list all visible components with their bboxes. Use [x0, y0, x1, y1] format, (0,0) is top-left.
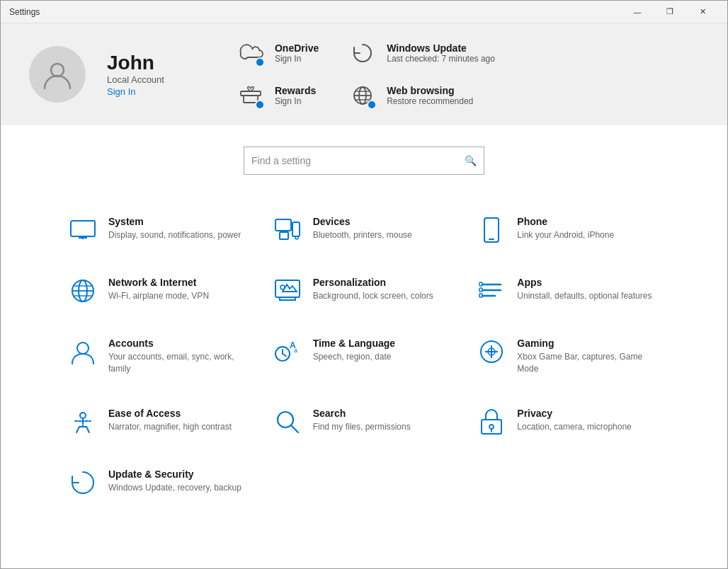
- windows-update-text: Windows Update Last checked: 7 minutes a…: [387, 42, 495, 64]
- onedrive-text: OneDrive Sign In: [275, 42, 319, 64]
- search-sub: Find my files, permissions: [313, 421, 411, 433]
- close-button[interactable]: ✕: [686, 1, 719, 23]
- phone-text: Phone Link your Android, iPhone: [517, 216, 614, 241]
- setting-update-security[interactable]: Update & Security Windows Update, recove…: [57, 456, 262, 510]
- rewards-sub: Sign In: [275, 96, 316, 106]
- windows-update-tile[interactable]: Windows Update Last checked: 7 minutes a…: [347, 38, 495, 69]
- main-content: 🔍 System Display, sound, notifications, …: [1, 125, 727, 568]
- svg-rect-15: [484, 218, 499, 242]
- setting-system[interactable]: System Display, sound, notifications, po…: [57, 203, 262, 257]
- setting-apps[interactable]: Apps Uninstall, defaults, optional featu…: [466, 264, 671, 318]
- setting-search[interactable]: Search Find my files, permissions: [262, 395, 467, 449]
- svg-point-30: [77, 343, 89, 354]
- search-bar: 🔍: [244, 146, 484, 175]
- svg-rect-8: [71, 221, 95, 236]
- accounts-icon: [69, 338, 97, 366]
- accounts-text: Accounts Your accounts, email, sync, wor…: [108, 338, 251, 375]
- phone-title: Phone: [517, 216, 614, 227]
- onedrive-icon: [235, 38, 266, 69]
- svg-line-33: [283, 354, 286, 356]
- apps-title: Apps: [517, 277, 652, 288]
- web-browsing-tile[interactable]: Web browsing Restore recommended: [347, 80, 495, 111]
- rewards-icon: [235, 80, 266, 111]
- web-browsing-text: Web browsing Restore recommended: [387, 85, 473, 106]
- header-tiles: OneDrive Sign In Rewards Sign In: [235, 38, 495, 111]
- onedrive-sub: Sign In: [275, 54, 319, 64]
- user-name: John: [107, 52, 164, 74]
- window-controls: — ❐ ✕: [621, 1, 719, 23]
- network-title: Network & Internet: [108, 277, 209, 288]
- rewards-tile[interactable]: Rewards Sign In: [235, 80, 319, 111]
- system-icon: [69, 216, 97, 244]
- svg-point-0: [51, 64, 64, 76]
- time-language-sub: Speech, region, date: [313, 351, 395, 363]
- gaming-text: Gaming Xbox Game Bar, captures, Game Mod…: [517, 338, 659, 375]
- svg-rect-28: [479, 288, 482, 292]
- setting-personalization[interactable]: Personalization Background, lock screen,…: [262, 264, 467, 318]
- minimize-button[interactable]: —: [621, 1, 654, 23]
- privacy-text: Privacy Location, camera, microphone: [517, 408, 631, 433]
- setting-ease-of-access[interactable]: Ease of Access Narrator, magnifier, high…: [57, 395, 262, 449]
- personalization-icon: [273, 277, 302, 305]
- network-text: Network & Internet Wi-Fi, airplane mode,…: [108, 277, 209, 302]
- ease-of-access-text: Ease of Access Narrator, magnifier, high…: [108, 408, 232, 433]
- rewards-text: Rewards Sign In: [275, 85, 316, 106]
- setting-privacy[interactable]: Privacy Location, camera, microphone: [466, 395, 671, 449]
- setting-network[interactable]: Network & Internet Wi-Fi, airplane mode,…: [57, 264, 262, 318]
- windows-update-sub: Last checked: 7 minutes ago: [387, 54, 495, 64]
- apps-text: Apps Uninstall, defaults, optional featu…: [517, 277, 652, 302]
- sign-in-link[interactable]: Sign In: [107, 86, 135, 97]
- time-language-text: Time & Language Speech, region, date: [313, 338, 395, 363]
- devices-sub: Bluetooth, printers, mouse: [313, 229, 412, 241]
- devices-icon: [273, 216, 302, 244]
- phone-sub: Link your Android, iPhone: [517, 229, 614, 241]
- app-title: Settings: [9, 7, 40, 17]
- user-header: John Local Account Sign In OneDrive Sign…: [1, 23, 727, 125]
- search-text: Search Find my files, permissions: [313, 408, 411, 433]
- privacy-sub: Location, camera, microphone: [517, 421, 631, 433]
- network-sub: Wi-Fi, airplane mode, VPN: [108, 290, 209, 302]
- ease-of-access-icon: [69, 408, 97, 436]
- setting-devices[interactable]: Devices Bluetooth, printers, mouse: [262, 203, 467, 257]
- svg-rect-29: [479, 294, 482, 297]
- svg-point-40: [80, 413, 86, 418]
- windows-update-title: Windows Update: [387, 42, 495, 54]
- svg-point-44: [489, 425, 494, 429]
- search-input[interactable]: [251, 155, 465, 166]
- onedrive-tile[interactable]: OneDrive Sign In: [235, 38, 319, 69]
- update-security-sub: Windows Update, recovery, backup: [108, 482, 241, 494]
- setting-accounts[interactable]: Accounts Your accounts, email, sync, wor…: [57, 325, 262, 388]
- rewards-title: Rewards: [275, 85, 316, 96]
- network-icon: [69, 277, 97, 305]
- ease-of-access-title: Ease of Access: [108, 408, 232, 419]
- privacy-icon: [477, 408, 506, 436]
- devices-title: Devices: [313, 216, 412, 227]
- ease-of-access-sub: Narrator, magnifier, high contrast: [108, 421, 232, 433]
- account-type: Local Account: [107, 74, 164, 85]
- svg-rect-13: [280, 232, 288, 239]
- search-title: Search: [313, 408, 411, 419]
- user-info: John Local Account Sign In: [107, 52, 164, 98]
- search-bar-wrap: 🔍: [57, 146, 671, 175]
- rewards-dot: [255, 100, 265, 110]
- accounts-sub: Your accounts, email, sync, work, family: [108, 351, 251, 375]
- personalization-sub: Background, lock screen, colors: [313, 290, 433, 302]
- devices-text: Devices Bluetooth, printers, mouse: [313, 216, 412, 241]
- svg-rect-12: [292, 222, 300, 236]
- setting-gaming[interactable]: Gaming Xbox Game Bar, captures, Game Mod…: [466, 325, 671, 388]
- system-sub: Display, sound, notifications, power: [108, 229, 241, 241]
- svg-rect-11: [275, 219, 291, 231]
- maximize-button[interactable]: ❐: [654, 1, 686, 23]
- web-browsing-sub: Restore recommended: [387, 96, 473, 106]
- setting-time-language[interactable]: A a Time & Language Speech, region, date: [262, 325, 467, 388]
- svg-rect-22: [275, 280, 300, 297]
- onedrive-title: OneDrive: [275, 42, 319, 54]
- web-browsing-title: Web browsing: [387, 85, 473, 96]
- header-col-1: OneDrive Sign In Rewards Sign In: [235, 38, 319, 111]
- update-security-title: Update & Security: [108, 469, 241, 480]
- web-browsing-icon: [347, 80, 378, 111]
- setting-phone[interactable]: Phone Link your Android, iPhone: [466, 203, 671, 257]
- apps-sub: Uninstall, defaults, optional features: [517, 290, 652, 302]
- svg-line-42: [291, 425, 298, 432]
- avatar-icon: [42, 59, 73, 90]
